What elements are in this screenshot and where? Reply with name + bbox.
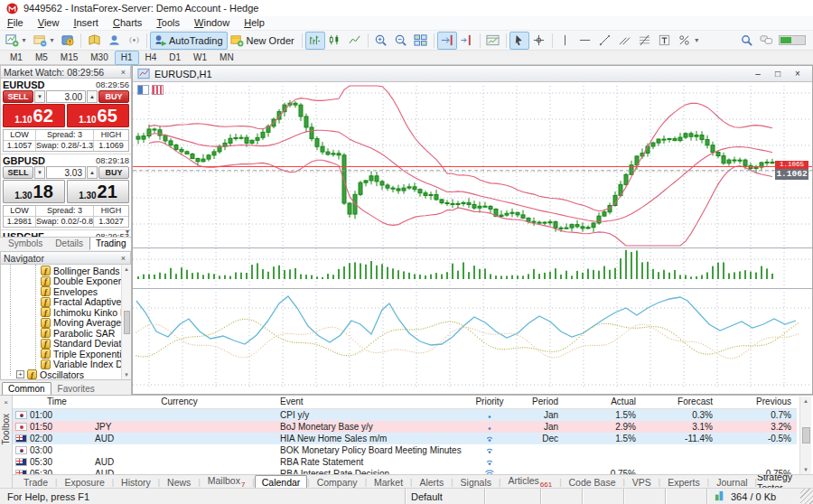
toolbox-tab[interactable]: Mailbox7 (201, 474, 253, 489)
navigator-item[interactable]: + f Oscillators (1, 369, 131, 379)
navigator-tab[interactable]: Favorites (51, 382, 101, 396)
toolbar-button[interactable] (80, 33, 81, 48)
toolbox-tab[interactable]: Exposure (57, 475, 111, 490)
toolbar-button[interactable] (84, 32, 104, 50)
timeframe-button[interactable]: M15 (54, 51, 84, 65)
toolbar-button[interactable] (371, 32, 391, 50)
buy-button[interactable]: BUY (98, 166, 129, 179)
timeframe-button[interactable]: H1 (115, 51, 139, 65)
close-icon[interactable]: × (119, 254, 127, 263)
column-header[interactable]: Time (13, 397, 88, 408)
sell-button[interactable]: SELL (3, 90, 33, 103)
calendar-row[interactable]: 02:00 AUD HIA New Home Sales m/m Dec 1.5… (13, 433, 797, 444)
toolbar-button[interactable] (575, 32, 595, 50)
toolbox-tab[interactable]: Calendar (255, 475, 308, 490)
toolbox-tab[interactable]: Journal (709, 475, 754, 490)
toolbar-button[interactable] (146, 33, 147, 48)
calendar-row[interactable]: 05:30 AUD RBA Interest Rate Decision 0.7… (13, 468, 797, 474)
toolbar-button[interactable] (655, 32, 675, 50)
market-watch-tab[interactable]: Trading (89, 237, 131, 250)
toolbox-tab[interactable]: Trade (16, 475, 55, 490)
toolbar-button[interactable] (480, 33, 481, 48)
toolbar-button[interactable] (437, 32, 457, 50)
toolbox-tab[interactable]: Experts (660, 475, 707, 490)
close-icon[interactable]: × (4, 398, 8, 406)
calendar-row[interactable]: 03:00 BOK Monetary Policy Board Meeting … (13, 444, 797, 456)
calendar-row[interactable]: 05:30 AUD RBA Rate Statement (13, 456, 797, 468)
navigator-item[interactable]: + f Double Exponential M (1, 276, 131, 287)
toolbox-tab[interactable]: VPS (625, 475, 659, 490)
toolbar-button[interactable] (483, 32, 503, 50)
toolbar-button[interactable] (552, 33, 553, 48)
navigator-item[interactable]: + f Standard Deviation (1, 339, 131, 350)
bid-price-box[interactable]: 1.3018 (3, 180, 65, 203)
resize-grip[interactable] (800, 489, 813, 504)
search-button[interactable] (739, 33, 753, 48)
toolbox-tab[interactable]: News (160, 475, 198, 490)
toolbox-tab[interactable]: Articles661 (500, 474, 559, 489)
toolbar-button[interactable]: AutoTrading (150, 32, 228, 50)
menu-item[interactable]: Charts (106, 16, 149, 30)
toolbar-button[interactable] (509, 32, 529, 50)
toolbar-button[interactable]: ▾ (675, 32, 703, 50)
calendar-scrollbar[interactable]: ▴ ▾ (799, 397, 811, 474)
market-watch-tab[interactable]: Symbols (2, 237, 49, 250)
bid-price-box[interactable]: 1.1062 (3, 104, 65, 127)
dropdown-caret-icon[interactable]: ▾ (694, 36, 700, 44)
chat-button[interactable] (759, 33, 773, 48)
toolbar-button[interactable] (506, 33, 507, 48)
minimize-button[interactable]: – (752, 69, 763, 79)
chart-canvas[interactable]: 1.1065 1.1062 (133, 82, 812, 394)
toolbar-button[interactable] (302, 33, 303, 48)
column-header[interactable]: Priority (468, 397, 511, 408)
volume-up-stepper[interactable]: ▲ (87, 90, 98, 103)
navigator-tab[interactable]: Common (2, 382, 51, 396)
timeframe-button[interactable]: M1 (4, 51, 29, 65)
column-header[interactable]: Period (511, 397, 564, 408)
column-header[interactable]: Event (271, 397, 468, 408)
dropdown-caret-icon[interactable]: ▾ (49, 36, 55, 44)
toolbox-tab[interactable]: History (114, 475, 158, 490)
toolbar-button[interactable]: New Order (228, 32, 299, 50)
toolbar-button[interactable] (615, 32, 635, 50)
toolbar-button[interactable] (529, 32, 549, 50)
toolbar-button[interactable] (368, 33, 369, 48)
navigator-item[interactable]: + f Parabolic SAR (1, 328, 131, 339)
calendar-row[interactable]: 01:50 JPY BoJ Monetary Base y/y Jan 2.9%… (13, 421, 797, 433)
navigator-item[interactable]: + f Ichimoku Kinko Hyo (1, 307, 131, 318)
ask-price-box[interactable]: 1.3021 (67, 180, 129, 203)
navigator-item[interactable]: + f Triple Exponential M (1, 349, 131, 359)
toolbox-tab[interactable]: Company (310, 475, 365, 490)
timeframe-button[interactable]: MN (213, 51, 240, 65)
toolbar-button[interactable] (595, 32, 615, 50)
navigator-item[interactable]: + f Envelopes (1, 286, 131, 297)
toolbox-tab[interactable]: Alerts (412, 475, 451, 490)
buy-button[interactable]: BUY (98, 90, 129, 103)
toolbar-button[interactable] (58, 32, 78, 50)
menu-item[interactable]: Tools (149, 16, 187, 30)
calendar-row[interactable]: 01:00 CPI y/y Jan 1.5% 0.3% 0.7% (13, 409, 797, 421)
timeframe-button[interactable]: W1 (187, 51, 213, 65)
toolbar-button[interactable] (345, 32, 365, 50)
close-button[interactable]: × (792, 69, 803, 79)
menu-item[interactable]: Insert (66, 16, 106, 30)
toolbar-button[interactable]: ▾ (2, 32, 30, 50)
menu-item[interactable]: Help (237, 16, 272, 30)
timeframe-button[interactable]: H4 (139, 51, 164, 65)
toolbar-button[interactable] (434, 33, 435, 48)
column-header[interactable]: Previous (718, 397, 797, 408)
menu-item[interactable]: File (0, 16, 31, 30)
toolbox-label[interactable]: Toolbox (1, 414, 11, 444)
navigator-item[interactable]: + f Fractal Adaptive Mo (1, 297, 131, 308)
close-icon[interactable]: × (119, 68, 127, 77)
volume-up-stepper[interactable]: ▲ (87, 166, 98, 179)
timeframe-button[interactable]: M30 (84, 51, 114, 65)
menu-item[interactable]: View (31, 16, 67, 30)
navigator-item[interactable]: + f Bollinger Bands (1, 266, 131, 276)
navigator-item[interactable]: + f Moving Average (1, 318, 131, 329)
scrollbar-thumb[interactable] (802, 427, 810, 443)
toolbox-tab[interactable]: Market (367, 475, 410, 490)
ask-price-box[interactable]: 1.1065 (67, 104, 129, 127)
volume-down-stepper[interactable]: ▼ (34, 90, 45, 103)
toolbar-button[interactable]: ▾ (30, 32, 58, 50)
